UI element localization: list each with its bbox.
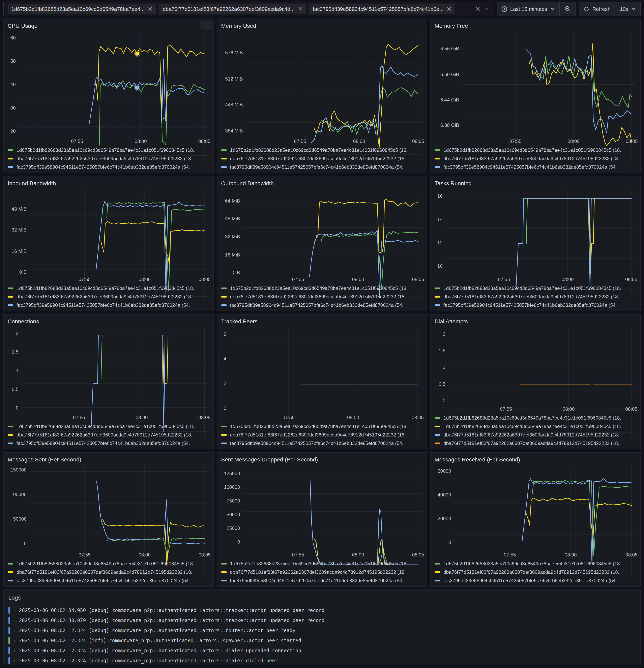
filter-chip-label: 1d675b2d1fb82688d23a5ea10c69cd3d6549a78b…	[11, 6, 145, 12]
legend-item[interactable]: fac3795dff39e58904c94511e57425057bfe6c74…	[221, 439, 423, 447]
y-tick-label: 6.56 GiB	[440, 46, 459, 52]
legend-item[interactable]: fac3795dff39e58904c94511e57425057bfe6c74…	[435, 163, 636, 171]
time-range-button[interactable]: Last 15 minutes	[496, 2, 560, 16]
chart-canvas[interactable]	[446, 189, 636, 275]
x-axis: 07:5508:0008:05	[446, 275, 636, 284]
panel-title[interactable]: Tasks Running	[435, 180, 471, 186]
log-row[interactable]: ›2025-03-06 08:02:12.324 [info] commonwa…	[9, 635, 635, 646]
legend-label: fac3795dff39e58904c94511e57425057bfe6c74…	[230, 164, 403, 170]
legend-item[interactable]: fac3795dff39e58904c94511e57425057bfe6c74…	[221, 301, 423, 309]
chart-canvas[interactable]	[243, 189, 423, 275]
clock-icon	[501, 6, 507, 12]
legend-item[interactable]: dba76f77d5181ef83f67a92262a6307def3609ac…	[435, 439, 636, 447]
refresh-interval-button[interactable]: 10s	[615, 2, 641, 16]
x-tick-label: 07:55	[78, 552, 91, 558]
legend-item[interactable]: fac3795dff39e58904c94511e57425057bfe6c74…	[8, 576, 209, 584]
panel-title[interactable]: Inbound Bandwidth	[8, 180, 56, 186]
y-tick-label: 0	[224, 405, 226, 411]
chart-canvas[interactable]	[21, 328, 209, 413]
y-tick-label: 6.38 GiB	[440, 123, 459, 128]
y-tick-label: 100000	[224, 484, 240, 490]
log-row[interactable]: ›2025-03-06 08:02:34.950 [debug] commonw…	[9, 605, 635, 615]
log-row[interactable]: ›2025-03-06 08:02:12.324 [debug] commonw…	[9, 625, 635, 635]
chart-canvas[interactable]	[229, 328, 423, 413]
y-tick-label: 1.5	[439, 348, 446, 353]
panel-title[interactable]: Tracked Peers	[221, 318, 257, 324]
y-tick-label: 0.5	[439, 381, 446, 387]
remove-filter-icon[interactable]	[298, 7, 302, 11]
x-tick-label: 08:00	[353, 138, 365, 144]
x-tick-label: 08:00	[568, 138, 580, 144]
log-row[interactable]: ›2025-03-06 08:02:30.079 [debug] commonw…	[9, 615, 635, 625]
panel-title[interactable]: Messages Received (Per Second)	[435, 456, 520, 462]
x-tick-label: 08:00	[561, 277, 574, 282]
panel-title[interactable]: Sent Messages Dropped (Per Second)	[221, 456, 318, 462]
legend-swatch	[435, 417, 440, 419]
x-tick-label: 08:05	[625, 277, 638, 282]
legend-item[interactable]: fac3795dff39e58904c94511e57425057bfe6c74…	[221, 576, 423, 584]
filter-chip[interactable]: dba76f77d5181ef83f67a92262a6307def3609ac…	[159, 4, 306, 14]
x-axis: 07:5508:0008:05	[454, 551, 636, 559]
legend-swatch	[435, 158, 440, 159]
log-expand-icon[interactable]: ›	[13, 638, 16, 643]
panel-title[interactable]: Outbound Bandwidth	[221, 180, 274, 186]
x-tick-label: 07:55	[78, 277, 91, 282]
filter-chip[interactable]: fac3795dff39e58904c94511e57425057bfe6c74…	[309, 4, 455, 14]
log-message: 2025-03-06 08:02:30.079 [debug] commonwa…	[19, 618, 325, 623]
legend-swatch	[8, 442, 13, 444]
clear-filters-icon[interactable]	[476, 5, 480, 13]
legend-item[interactable]: fac3795dff39e58904c94511e57425057bfe6c74…	[221, 163, 423, 171]
legend-item[interactable]: fac3795dff39e58904c94511e57425057bfe6c74…	[435, 301, 636, 309]
x-tick-label: 07:55	[292, 277, 304, 282]
panel-title[interactable]: Memory Used	[221, 22, 256, 29]
x-axis: 07:5508:0008:05	[229, 413, 423, 422]
y-tick-label: 512 MiB	[225, 76, 243, 82]
x-axis: 07:5508:0008:05	[29, 275, 209, 284]
x-tick-label: 08:05	[198, 277, 211, 282]
y-tick-label: 4	[224, 356, 226, 362]
panel-title[interactable]: CPU Usage	[8, 22, 38, 29]
zoom-out-button[interactable]	[560, 2, 575, 16]
chart-canvas[interactable]	[448, 328, 636, 405]
log-expand-icon[interactable]: ›	[13, 618, 16, 622]
chevron-down-icon[interactable]	[484, 5, 489, 13]
x-axis: 07:5508:0008:05	[243, 275, 423, 284]
legend-item[interactable]: fac3795dff39e58904c94511e57425057bfe6c74…	[8, 301, 209, 309]
remove-filter-icon[interactable]	[447, 7, 451, 11]
chart-canvas[interactable]	[454, 466, 636, 551]
legend-item[interactable]: fac3795dff39e58904c94511e57425057bfe6c74…	[435, 576, 636, 584]
x-tick-label: 08:05	[626, 552, 638, 558]
log-expand-icon[interactable]: ›	[13, 648, 16, 653]
y-tick-label: 0.5	[12, 386, 18, 392]
log-message: 2025-03-06 08:02:12.324 [debug] commonwa…	[19, 658, 278, 663]
panel-title[interactable]: Messages Sent (Per Second)	[8, 456, 81, 462]
chart-canvas[interactable]	[29, 466, 209, 551]
legend-item[interactable]: fac3795dff39e58904c94511e57425057bfe6c74…	[8, 163, 209, 171]
panel-menu-icon[interactable]: ⋮	[200, 20, 212, 30]
filter-select[interactable]: 1d675b2d1fb82688d23a5ea10c69cd3d6549a78b…	[3, 2, 493, 16]
filter-chip[interactable]: 1d675b2d1fb82688d23a5ea10c69cd3d6549a78b…	[8, 4, 156, 14]
chart-canvas[interactable]	[462, 32, 636, 137]
x-tick-label: 08:00	[563, 406, 575, 412]
x-tick-label: 07:55	[294, 138, 306, 144]
log-row[interactable]: ›2025-03-06 08:02:12.324 [debug] commonw…	[9, 646, 635, 655]
y-tick-label: 2	[224, 381, 226, 386]
chart-canvas[interactable]	[246, 32, 423, 137]
panel-title[interactable]: Dial Attempts	[435, 318, 468, 324]
chart-canvas[interactable]	[18, 32, 209, 137]
remove-filter-icon[interactable]	[148, 7, 152, 11]
legend-item[interactable]: fac3795dff39e58904c94511e57425057bfe6c74…	[8, 439, 209, 447]
log-row[interactable]: ›2025-03-06 08:02:12.324 [debug] commonw…	[9, 655, 635, 665]
chart-canvas[interactable]	[29, 189, 209, 275]
panel-title[interactable]: Logs	[9, 594, 21, 601]
log-expand-icon[interactable]: ›	[13, 608, 16, 612]
refresh-button[interactable]: Refresh	[579, 2, 615, 16]
log-expand-icon[interactable]: ›	[13, 658, 16, 663]
panel-title[interactable]: Connections	[8, 318, 39, 324]
chart-canvas[interactable]	[243, 466, 423, 551]
panel-title[interactable]: Memory Free	[435, 22, 468, 29]
y-tick-label: 60	[10, 35, 16, 41]
log-expand-icon[interactable]: ›	[13, 628, 16, 633]
y-tick-label: 40	[10, 82, 16, 87]
legend-label: fac3795dff39e58904c94511e57425057bfe6c74…	[230, 440, 403, 446]
